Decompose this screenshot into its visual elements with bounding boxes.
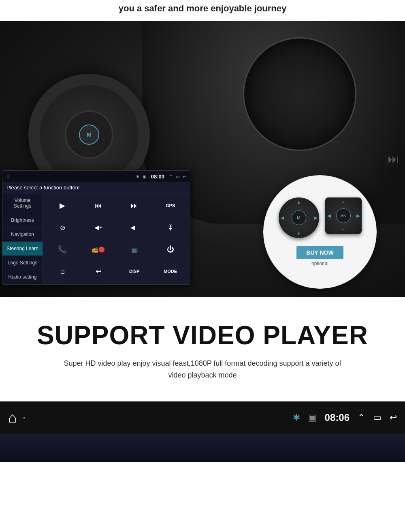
speedometer <box>243 37 356 151</box>
bottom-mini-icon: ▪ <box>23 414 26 421</box>
right-ctrl-up: + <box>342 200 344 204</box>
sidebar-item-radio[interactable]: Radio setting <box>2 270 43 284</box>
right-ctrl-m: MK <box>336 208 351 223</box>
bottom-bluetooth-icon: ✱ <box>293 412 300 423</box>
optional-label: optional <box>311 261 328 266</box>
left-ctrl-right: ▶ <box>314 215 317 221</box>
home-button[interactable]: ⌂ <box>46 262 79 280</box>
phone-button[interactable]: 📞 <box>46 240 79 258</box>
settings-sidebar: Volume Settings Brightness Navigation St… <box>2 193 43 284</box>
next-button[interactable]: ⏭ <box>118 197 151 215</box>
right-ctrl-down: – <box>342 227 344 232</box>
panel-statusbar: ⌂ ✱ ▣ 08:03 ⌃ ▭ ↩ <box>2 171 190 182</box>
sidebar-item-volume[interactable]: Volume Settings <box>2 193 43 213</box>
signal-icon: ▣ <box>143 174 146 179</box>
bottom-right-controls: ✱ ▣ 08:06 ⌃ ▭ ↩ <box>293 412 397 423</box>
mode-button[interactable]: MODE <box>154 262 187 280</box>
steering-wheel-m-button[interactable]: M <box>79 124 99 145</box>
radio-button[interactable]: 📺 <box>118 240 151 258</box>
power-button[interactable]: ⏻ <box>154 240 187 258</box>
panel-content: Volume Settings Brightness Navigation St… <box>2 193 190 284</box>
back-icon: ↩ <box>183 174 186 179</box>
bluetooth-icon: ✱ <box>136 174 139 179</box>
support-subtitle: Super HD video play enjoy visual feast,1… <box>61 358 344 381</box>
function-prompt: Please select a function button! <box>2 182 190 193</box>
status-time: 08:03 <box>151 174 164 180</box>
right-ctrl-left: ◀ <box>327 213 330 219</box>
bottom-back-icon[interactable]: ↩ <box>390 412 397 423</box>
sidebar-item-steering-learn[interactable]: Steering Learn <box>2 242 43 256</box>
call-end-button[interactable]: 📻🔴 <box>82 240 115 258</box>
volume-down-button[interactable]: ◀– <box>118 219 151 236</box>
skip-forward-indicator: ⏭ <box>388 152 399 166</box>
sidebar-item-brightness[interactable]: Brightness <box>2 213 43 227</box>
sidebar-item-navigation[interactable]: Navigation <box>2 227 43 242</box>
sidebar-item-logo[interactable]: Logo Settings <box>2 256 43 270</box>
home-icon: ⌂ <box>6 174 9 179</box>
mic-button[interactable]: 🎙 <box>154 219 187 236</box>
bottom-window-icon[interactable]: ▭ <box>373 412 382 423</box>
volume-up-button[interactable]: ◀+ <box>82 219 115 236</box>
bottom-navbar: ⌂ ▪ ✱ ▣ 08:06 ⌃ ▭ ↩ <box>0 401 405 434</box>
buy-now-button[interactable]: BUY NOW <box>296 246 343 259</box>
up-arrow-icon: ⌃ <box>169 174 173 179</box>
support-section: SUPPORT VIDEO PLAYER Super HD video play… <box>0 297 405 401</box>
bottom-time: 08:06 <box>325 412 350 423</box>
left-ctrl-up: ▲ <box>296 200 301 204</box>
right-ctrl-right: ▶ <box>356 213 360 219</box>
disp-button[interactable]: DISP <box>118 262 151 280</box>
steering-wheel-inner: M <box>65 110 113 159</box>
next-section-preview <box>0 434 405 462</box>
controller-images: ▲ ▼ ◀ ▶ M + – ◀ ▶ MK <box>279 197 362 238</box>
settings-panel: ⌂ ✱ ▣ 08:03 ⌃ ▭ ↩ Please select a functi… <box>2 170 190 285</box>
bottom-home-icon[interactable]: ⌂ <box>8 409 17 426</box>
support-title: SUPPORT VIDEO PLAYER <box>8 321 397 350</box>
play-button[interactable]: ▶ <box>46 197 79 215</box>
back-button[interactable]: ↩ <box>82 262 115 280</box>
left-ctrl-left: ◀ <box>281 215 284 221</box>
right-controller: + – ◀ ▶ MK <box>325 197 362 234</box>
top-tagline: you a safer and more enjoyable journey <box>0 0 405 21</box>
gps-button[interactable]: GPS <box>154 197 187 215</box>
left-ctrl-m: M <box>292 210 306 225</box>
bottom-signal-icon: ▣ <box>308 412 317 423</box>
function-button-grid: ▶ ⏮ ⏭ GPS ⊘ ◀+ ◀– 🎙 📞 📻🔴 📺 ⏻ ⌂ ↩ DISP MO… <box>43 193 190 284</box>
left-ctrl-down: ▼ <box>296 231 301 236</box>
car-section: M ⏭ ⌂ ✱ ▣ 08:03 ⌃ ▭ ↩ Please select a fu… <box>0 21 405 297</box>
mute-button[interactable]: ⊘ <box>46 219 79 236</box>
left-controller: ▲ ▼ ◀ ▶ M <box>279 197 319 238</box>
prev-button[interactable]: ⏮ <box>82 197 115 215</box>
bottom-up-icon[interactable]: ⌃ <box>358 412 365 423</box>
window-icon: ▭ <box>176 174 179 179</box>
buy-now-circle: ▲ ▼ ◀ ▶ M + – ◀ ▶ MK BUY NOW optional <box>263 175 377 289</box>
